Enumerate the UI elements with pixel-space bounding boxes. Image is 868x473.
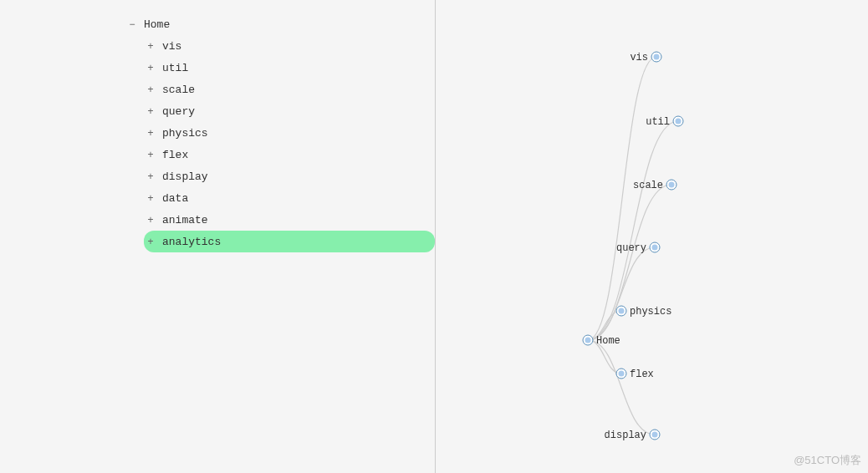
expand-icon[interactable]: + xyxy=(144,62,157,74)
tree-item-label: query xyxy=(162,105,195,118)
svg-point-3 xyxy=(654,54,660,60)
tree-item-label: vis xyxy=(162,40,181,53)
svg-point-7 xyxy=(669,182,675,188)
graph-node-label: physics xyxy=(630,306,671,318)
expand-icon[interactable]: + xyxy=(144,149,157,160)
tree-item-label: physics xyxy=(162,127,208,140)
tree-root-label: Home xyxy=(144,18,170,31)
expand-icon[interactable]: + xyxy=(144,40,157,52)
collapse-icon[interactable]: − xyxy=(125,18,139,30)
tree-panel: − Home +vis+util+scale+query+physics+fle… xyxy=(0,0,435,473)
graph-node-label: flex xyxy=(630,369,654,380)
svg-point-1 xyxy=(585,338,591,343)
graph-edge xyxy=(588,57,656,340)
tree-item-physics[interactable]: +physics xyxy=(144,122,435,144)
tree-item-animate[interactable]: +animate xyxy=(144,209,435,231)
graph-node-physics[interactable]: physics xyxy=(616,306,671,318)
graph-node-vis[interactable]: vis xyxy=(630,52,661,64)
expand-icon[interactable]: + xyxy=(144,236,157,247)
graph-node-label: Home xyxy=(596,335,620,347)
graph-node-util[interactable]: util xyxy=(646,116,683,128)
expand-icon[interactable]: + xyxy=(144,105,157,117)
graph-node-scale[interactable]: scale xyxy=(633,180,677,191)
expand-icon[interactable]: + xyxy=(144,84,157,95)
tree-item-label: analytics xyxy=(162,236,221,248)
svg-point-5 xyxy=(676,119,682,125)
tree-item-query[interactable]: +query xyxy=(144,100,435,122)
graph-panel[interactable]: Homevisutilscalequeryphysicsflexdisplay xyxy=(436,0,868,473)
expand-icon[interactable]: + xyxy=(144,192,157,204)
graph-node-label: scale xyxy=(633,180,663,191)
svg-point-11 xyxy=(619,308,625,314)
graph-node-label: util xyxy=(646,116,670,128)
tree-item-label: flex xyxy=(162,149,188,161)
graph-edge xyxy=(588,247,655,340)
graph-edge xyxy=(588,340,655,435)
tree-item-label: util xyxy=(162,62,188,74)
graph-node-label: vis xyxy=(630,52,648,64)
svg-point-15 xyxy=(652,432,658,438)
graph-node-display[interactable]: display xyxy=(605,430,660,441)
expand-icon[interactable]: + xyxy=(144,127,157,139)
tree-item-scale[interactable]: +scale xyxy=(144,79,435,100)
svg-point-13 xyxy=(619,371,625,377)
tree-item-label: scale xyxy=(162,84,195,96)
tree-item-analytics[interactable]: +analytics xyxy=(144,231,435,252)
tree-item-data[interactable]: +data xyxy=(144,187,435,209)
tree-item-display[interactable]: +display xyxy=(144,165,435,187)
tree-item-label: display xyxy=(162,170,208,183)
graph-node-root[interactable]: Home xyxy=(583,335,620,347)
tree-item-flex[interactable]: +flex xyxy=(144,144,435,165)
tree-item-util[interactable]: +util xyxy=(144,57,435,79)
expand-icon[interactable]: + xyxy=(144,170,157,182)
tree-item-label: data xyxy=(162,192,188,205)
graph-node-label: query xyxy=(616,242,646,254)
graph-node-query[interactable]: query xyxy=(616,242,660,254)
tree-item-vis[interactable]: +vis xyxy=(144,35,435,57)
graph-node-flex[interactable]: flex xyxy=(616,369,654,380)
expand-icon[interactable]: + xyxy=(144,214,157,226)
tree-root-row[interactable]: − Home xyxy=(125,13,435,35)
graph-node-label: display xyxy=(605,430,646,441)
svg-point-9 xyxy=(652,245,658,251)
tree-item-label: animate xyxy=(162,214,208,226)
